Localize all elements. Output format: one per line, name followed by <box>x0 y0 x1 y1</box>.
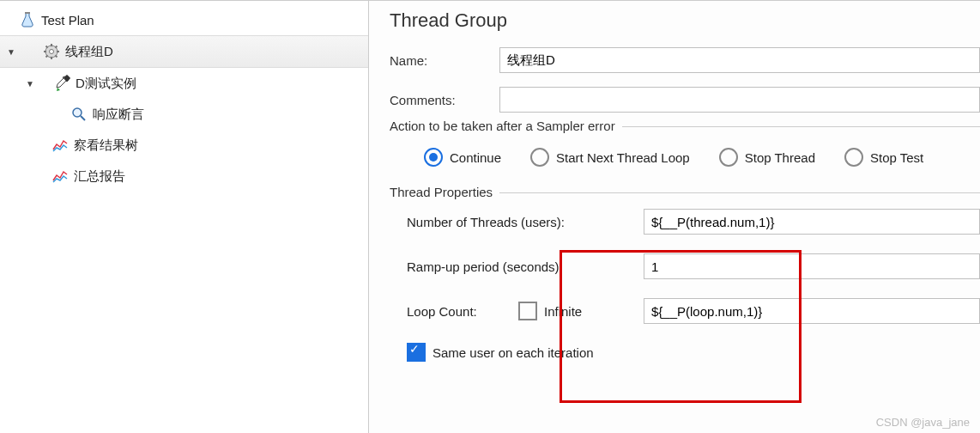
name-input[interactable] <box>499 47 980 73</box>
svg-line-7 <box>46 46 48 48</box>
tree-node-view-results[interactable]: 察看结果树 <box>0 130 368 161</box>
radio-start-next[interactable]: Start Next Thread Loop <box>530 148 690 167</box>
thread-props-legend: Thread Properties <box>390 185 499 199</box>
svg-point-2 <box>50 50 54 54</box>
tree-label: 响应断言 <box>93 107 144 123</box>
name-label: Name: <box>390 53 499 68</box>
radio-icon <box>719 148 738 167</box>
chart-icon <box>51 137 69 154</box>
infinite-checkbox[interactable]: Infinite <box>518 302 644 320</box>
svg-line-9 <box>46 56 48 58</box>
radio-label: Continue <box>450 150 501 165</box>
thread-props-fieldset: Thread Properties Number of Threads (use… <box>390 192 980 362</box>
radio-stop-test[interactable]: Stop Test <box>844 148 923 167</box>
radio-stop-thread[interactable]: Stop Thread <box>719 148 815 167</box>
tree-node-thread-group[interactable]: ▼ 线程组D <box>0 35 368 68</box>
tree-label: 汇总报告 <box>74 168 125 185</box>
comments-input[interactable] <box>499 87 980 113</box>
radio-icon <box>844 148 863 167</box>
radio-icon <box>530 148 549 167</box>
comments-label: Comments: <box>390 93 499 107</box>
rampup-label: Ramp-up period (seconds): <box>407 259 602 274</box>
chart-icon <box>51 168 69 185</box>
svg-line-8 <box>56 56 57 58</box>
dropper-icon <box>53 75 70 92</box>
thread-group-panel: Thread Group Name: Comments: Action to b… <box>369 1 980 433</box>
checkbox-icon <box>518 302 537 320</box>
tree-node-sampler[interactable]: ▼ D测试实例 <box>0 68 368 99</box>
watermark: CSDN @java_jane <box>876 416 970 429</box>
num-threads-input[interactable] <box>644 209 980 235</box>
radio-continue[interactable]: Continue <box>424 148 501 167</box>
same-user-checkbox[interactable]: Same user on each iteration <box>407 343 594 362</box>
svg-rect-0 <box>25 12 30 14</box>
checkbox-icon <box>407 343 426 362</box>
sampler-error-legend: Action to be taken after a Sampler error <box>390 119 622 133</box>
num-threads-label: Number of Threads (users): <box>407 215 602 229</box>
rampup-input[interactable] <box>644 253 980 279</box>
same-user-label: Same user on each iteration <box>433 345 594 360</box>
radio-label: Stop Thread <box>745 150 815 165</box>
infinite-label: Infinite <box>544 304 582 319</box>
tree-node-assertion[interactable]: 响应断言 <box>0 99 368 130</box>
magnifier-icon <box>70 106 88 123</box>
loop-count-label: Loop Count: <box>407 304 518 319</box>
sampler-error-fieldset: Action to be taken after a Sampler error… <box>390 126 980 167</box>
loop-count-input[interactable] <box>644 298 980 324</box>
svg-line-13 <box>81 116 85 120</box>
svg-line-10 <box>56 46 57 48</box>
collapse-toggle[interactable]: ▼ <box>5 46 17 58</box>
tree-node-summary-report[interactable]: 汇总报告 <box>0 161 368 192</box>
gear-icon <box>43 43 60 60</box>
collapse-toggle[interactable]: ▼ <box>24 77 36 89</box>
tree-label: Test Plan <box>41 13 94 27</box>
radio-icon <box>424 148 443 167</box>
tree-label: 察看结果树 <box>74 137 138 154</box>
svg-point-12 <box>73 108 82 117</box>
blank-toggle <box>5 14 17 26</box>
radio-label: Start Next Thread Loop <box>556 150 690 165</box>
flask-icon <box>19 11 36 28</box>
test-plan-tree: Test Plan ▼ 线程组D ▼ D测试实例 响应断言 <box>0 1 369 433</box>
radio-label: Stop Test <box>870 150 923 165</box>
tree-label: 线程组D <box>65 44 113 60</box>
tree-label: D测试实例 <box>76 76 136 92</box>
tree-node-test-plan[interactable]: Test Plan <box>0 4 368 35</box>
panel-title: Thread Group <box>390 9 980 32</box>
